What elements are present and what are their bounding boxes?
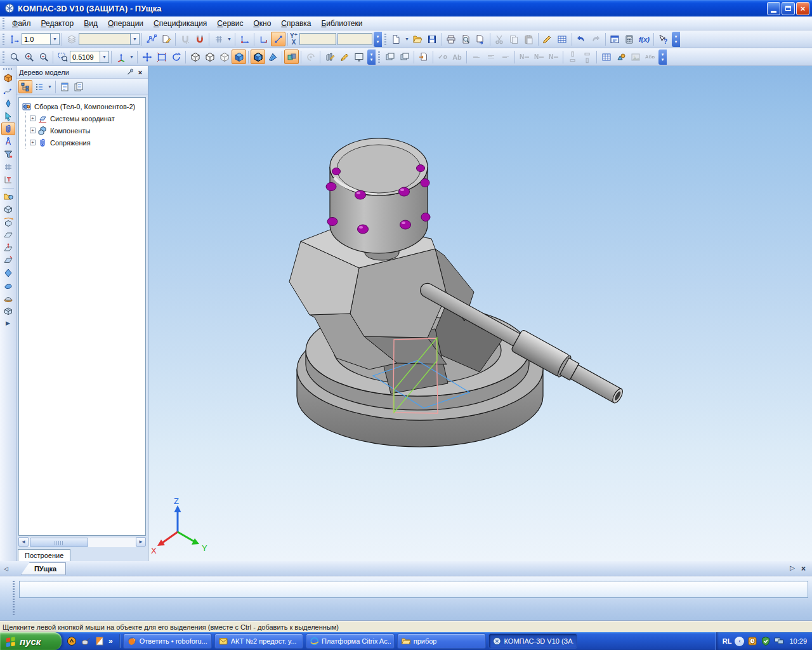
text-abv-button[interactable]: Абв	[643, 50, 657, 64]
auxiliary-geometry-button[interactable]	[1, 110, 15, 123]
tree-report-copy-button[interactable]	[72, 80, 86, 93]
menu-item-file[interactable]: Файл	[7, 17, 36, 30]
model-viewport[interactable]: Z X Y	[148, 66, 812, 561]
tree-item-mates[interactable]: + Сопряжения	[26, 136, 144, 149]
quick-launch-mouse-icon[interactable]	[81, 636, 91, 646]
mates-panel-button[interactable]	[1, 123, 15, 135]
spec-toolbar-grip[interactable]	[378, 51, 380, 63]
send-task-button[interactable]	[473, 32, 488, 46]
spec-toolbar-overflow[interactable]: ▾▾	[658, 50, 667, 65]
image-button[interactable]	[628, 50, 643, 64]
spec-table-button[interactable]	[599, 50, 613, 64]
redo-button[interactable]	[589, 32, 603, 46]
zoom-select-button[interactable]	[7, 50, 22, 64]
new-window-button[interactable]	[383, 50, 397, 64]
expander-icon[interactable]: +	[30, 116, 36, 121]
print-preview-button[interactable]	[459, 32, 473, 46]
menu-item-service[interactable]: Сервис	[212, 17, 248, 30]
menu-item-window[interactable]: Окно	[248, 17, 276, 30]
sketch-edit-button[interactable]	[159, 32, 173, 46]
pan-button[interactable]	[140, 50, 154, 64]
copy-button[interactable]	[507, 32, 521, 46]
expander-icon[interactable]: +	[30, 140, 36, 145]
fx-button[interactable]: f(x)	[637, 32, 652, 46]
menu-item-editor[interactable]: Редактор	[36, 17, 79, 30]
tree-root-row[interactable]: Сборка (Тел-0, Компонентов-2)	[20, 100, 144, 112]
surfaces-button[interactable]	[1, 97, 15, 110]
tree-item-components[interactable]: + Компоненты	[26, 124, 144, 136]
scroll-track[interactable]	[29, 537, 136, 547]
layers-button[interactable]	[64, 32, 79, 46]
measure-button[interactable]	[1, 135, 15, 148]
numbering-1-button[interactable]: N	[517, 50, 532, 64]
row-up-button[interactable]: ▯▭	[565, 50, 580, 64]
save-button[interactable]	[425, 32, 440, 46]
properties-button[interactable]	[555, 32, 570, 46]
property-bar-grip[interactable]	[13, 581, 15, 616]
standard-toolbar-grip[interactable]	[384, 34, 386, 45]
open-button[interactable]	[410, 32, 425, 46]
rotate-view-button[interactable]	[169, 50, 183, 64]
tab-construction[interactable]: Построение	[18, 549, 70, 561]
numbering-3-button[interactable]: N	[546, 50, 561, 64]
coord-x-field[interactable]	[299, 33, 336, 45]
pin-button[interactable]	[125, 67, 135, 77]
step-dropdown[interactable]: ▼	[50, 33, 60, 45]
scroll-right-button[interactable]: ►	[136, 537, 146, 547]
calculator-button[interactable]	[622, 32, 637, 46]
edit-part-button[interactable]	[1, 72, 15, 84]
cut-button[interactable]	[492, 32, 507, 46]
local-cs-button[interactable]	[237, 32, 252, 46]
minimize-button[interactable]	[767, 2, 780, 15]
panel-expand-arrow[interactable]: ▶	[6, 320, 10, 326]
shapes-button[interactable]	[613, 50, 628, 64]
task-folder-pribor[interactable]: прибор	[397, 633, 486, 649]
perspective-button[interactable]	[265, 50, 280, 64]
wireframe-button[interactable]	[188, 50, 202, 64]
language-indicator[interactable]: RL	[723, 637, 732, 645]
align-top-button[interactable]	[469, 50, 483, 64]
text-style-button[interactable]: Ab	[450, 50, 464, 64]
row-down-button[interactable]: ▭▯	[580, 50, 594, 64]
tree-composition-dropdown[interactable]: ▼	[46, 80, 53, 93]
axis-plane-button[interactable]	[1, 241, 15, 254]
polyline-edit-button[interactable]	[144, 32, 159, 46]
menu-item-specification[interactable]: Спецификация	[148, 17, 212, 30]
leftbar-grip[interactable]	[3, 68, 13, 70]
shaded-button[interactable]	[232, 50, 246, 64]
tree-close-button[interactable]: ×	[135, 67, 145, 77]
print-button[interactable]	[444, 32, 459, 46]
snap-settings-button[interactable]	[178, 32, 192, 46]
surface-button[interactable]	[1, 267, 15, 279]
menu-grip[interactable]	[3, 18, 4, 29]
zoom-in-button[interactable]	[22, 50, 36, 64]
extrude-button[interactable]	[1, 203, 15, 216]
view-toolbar-grip[interactable]	[3, 51, 4, 63]
revolve-button[interactable]	[1, 216, 15, 229]
coord-y-field[interactable]	[337, 33, 372, 45]
task-citrix[interactable]: Платформа Citrix Ac...	[306, 633, 395, 649]
layer-dropdown[interactable]: ▼	[130, 33, 140, 45]
view-toolbar-overflow[interactable]: ▾▾	[367, 50, 376, 65]
task-firefox[interactable]: Ответить • roboforu...	[123, 633, 212, 649]
undo-button[interactable]	[574, 32, 589, 46]
tile-windows-button[interactable]	[397, 50, 412, 64]
tree-composition-button[interactable]	[32, 80, 46, 93]
snaps-button[interactable]	[192, 32, 207, 46]
scale-dropdown[interactable]: ▼	[100, 51, 109, 63]
reports-panel-button[interactable]	[1, 173, 15, 186]
hidden-lines-thin-button[interactable]	[217, 50, 232, 64]
align-middle-button[interactable]	[483, 50, 498, 64]
rebuild-button[interactable]	[322, 50, 337, 64]
orientation-dropdown[interactable]: ▼	[128, 50, 135, 63]
tab-close-icon[interactable]: ×	[801, 564, 806, 573]
toolbar1-grip[interactable]	[3, 34, 4, 45]
filter-button[interactable]	[1, 148, 15, 161]
standard-toolbar-overflow[interactable]: ▾▾	[672, 32, 680, 47]
orientation-button[interactable]	[114, 50, 128, 64]
point-snap-button[interactable]	[271, 32, 285, 46]
quick-launch-more[interactable]: »	[108, 637, 113, 646]
scale-input[interactable]	[70, 51, 100, 63]
tree-report-button[interactable]	[58, 80, 72, 93]
numbering-2-button[interactable]: N	[532, 50, 546, 64]
